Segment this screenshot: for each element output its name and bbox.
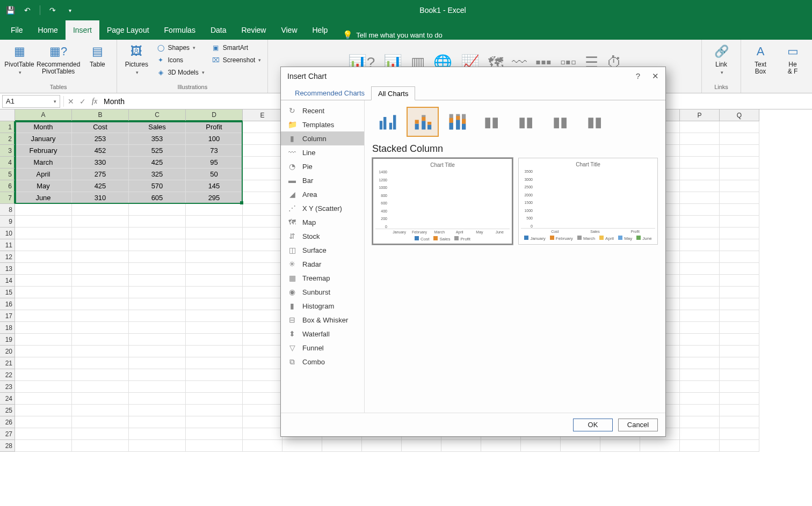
chart-type-radar[interactable]: ✳Radar: [281, 257, 364, 271]
cell[interactable]: 330: [72, 157, 129, 168]
cell[interactable]: [680, 121, 720, 133]
name-box[interactable]: A1▾: [2, 95, 60, 108]
shapes-button[interactable]: ◯Shapes▾: [154, 42, 206, 54]
cell[interactable]: [561, 440, 600, 452]
cell[interactable]: [15, 287, 72, 298]
cell[interactable]: [243, 157, 282, 168]
cell[interactable]: [72, 346, 129, 357]
link-button[interactable]: 🔗Link▾: [706, 42, 736, 76]
cell[interactable]: [15, 393, 72, 405]
cell[interactable]: [243, 275, 282, 287]
row-header-8[interactable]: 8: [0, 204, 15, 216]
row-header-2[interactable]: 2: [0, 133, 15, 145]
chart-type-area[interactable]: ◢Area: [281, 187, 364, 201]
cell[interactable]: [680, 145, 720, 157]
cell[interactable]: [129, 428, 186, 440]
cell[interactable]: [720, 298, 759, 310]
cell[interactable]: 100: [186, 133, 243, 145]
cell[interactable]: [72, 440, 129, 452]
cell[interactable]: [720, 145, 759, 157]
cell[interactable]: 275: [72, 168, 129, 180]
tab-review[interactable]: Review: [234, 20, 274, 40]
cell[interactable]: [72, 334, 129, 346]
cell[interactable]: [441, 440, 481, 452]
cancel-button[interactable]: Cancel: [618, 419, 658, 431]
cell[interactable]: [243, 204, 282, 216]
row-header-18[interactable]: 18: [0, 322, 15, 334]
cell[interactable]: [15, 251, 72, 263]
screenshot-button[interactable]: ⌧Screenshot▾: [209, 54, 264, 66]
cell[interactable]: [129, 239, 186, 251]
select-all-corner[interactable]: [0, 109, 15, 121]
col-header-E[interactable]: E: [243, 109, 282, 121]
cell[interactable]: [15, 204, 72, 216]
cell[interactable]: [129, 275, 186, 287]
cell[interactable]: [720, 228, 759, 239]
customize-qat[interactable]: ▾: [63, 3, 77, 17]
cell[interactable]: [243, 216, 282, 228]
cell[interactable]: Month: [15, 121, 72, 133]
cell[interactable]: [680, 204, 720, 216]
ok-button[interactable]: OK: [573, 419, 613, 431]
cell[interactable]: [680, 416, 720, 428]
cell[interactable]: [680, 251, 720, 263]
chart-type-treemap[interactable]: ▦Treemap: [281, 271, 364, 285]
cell[interactable]: [243, 228, 282, 239]
chart-type-surface[interactable]: ◫Surface: [281, 243, 364, 257]
row-header-21[interactable]: 21: [0, 357, 15, 369]
chart-type-histogram[interactable]: ▮Histogram: [281, 299, 364, 313]
cell[interactable]: [680, 287, 720, 298]
cell[interactable]: April: [15, 168, 72, 180]
cell[interactable]: [680, 298, 720, 310]
cell[interactable]: [129, 369, 186, 381]
cell[interactable]: [243, 428, 282, 440]
cell[interactable]: [720, 334, 759, 346]
cell[interactable]: [720, 346, 759, 357]
subtype-stacked-column[interactable]: [407, 107, 439, 137]
cell[interactable]: [15, 275, 72, 287]
smartart-button[interactable]: ▣SmartArt: [209, 42, 264, 54]
col-header-P[interactable]: P: [680, 109, 720, 121]
cell[interactable]: [243, 287, 282, 298]
cell[interactable]: [129, 251, 186, 263]
tab-formulas[interactable]: Formulas: [157, 20, 203, 40]
cell[interactable]: [72, 263, 129, 275]
cell[interactable]: May: [15, 180, 72, 192]
icons-button[interactable]: ✦Icons: [154, 54, 206, 66]
chart-type-line[interactable]: 〰Line: [281, 145, 364, 159]
cell[interactable]: [186, 228, 243, 239]
cell[interactable]: [243, 251, 282, 263]
cell[interactable]: [720, 180, 759, 192]
cell[interactable]: [129, 393, 186, 405]
cell[interactable]: [720, 168, 759, 180]
cell[interactable]: [600, 440, 640, 452]
cell[interactable]: [186, 440, 243, 452]
cell[interactable]: [15, 405, 72, 416]
cell[interactable]: Sales: [129, 121, 186, 133]
cell[interactable]: [680, 192, 720, 204]
tab-recommended-charts[interactable]: Recommended Charts: [288, 86, 371, 100]
save-button[interactable]: 💾: [3, 3, 17, 17]
cell[interactable]: [243, 298, 282, 310]
cell[interactable]: [15, 239, 72, 251]
tell-me-search[interactable]: 💡 Tell me what you want to do: [343, 30, 442, 40]
cell[interactable]: 95: [186, 157, 243, 168]
cell[interactable]: February: [15, 145, 72, 157]
cell[interactable]: [720, 133, 759, 145]
cell[interactable]: [720, 216, 759, 228]
table-button[interactable]: ▤Table: [82, 42, 112, 68]
cell[interactable]: [129, 440, 186, 452]
cell[interactable]: [680, 168, 720, 180]
tab-all-charts[interactable]: All Charts: [371, 86, 415, 100]
col-header-C[interactable]: C: [129, 109, 186, 121]
subtype-3d-column[interactable]: ▮▮: [578, 107, 611, 137]
row-header-3[interactable]: 3: [0, 145, 15, 157]
chart-type-templates[interactable]: 📁Templates: [281, 118, 364, 131]
chart-type-column[interactable]: ▮Column: [281, 131, 364, 145]
cell[interactable]: [186, 216, 243, 228]
cell[interactable]: January: [15, 133, 72, 145]
cell[interactable]: 425: [129, 157, 186, 168]
cell[interactable]: [243, 168, 282, 180]
chart-preview-1[interactable]: Chart Title 1400120010008006004002000 Ja…: [372, 158, 513, 245]
cell[interactable]: [322, 440, 362, 452]
